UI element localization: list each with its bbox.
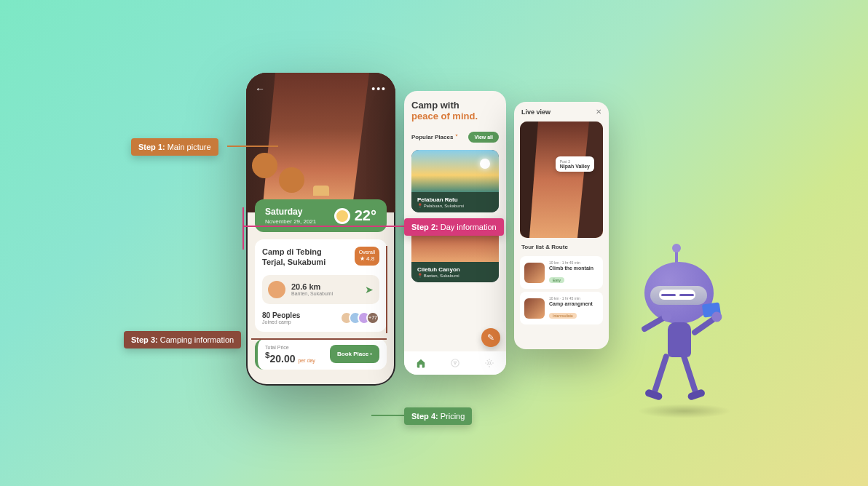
nav-home-icon[interactable] [416,358,426,368]
back-button[interactable]: ← [255,83,265,95]
connector-line [242,226,404,227]
price-label: Total Price [265,345,315,350]
weather-card: Saturday November 29, 2021 22° [255,199,387,232]
rating-badge: Overall ★ 4.8 [355,247,379,266]
avatar-stack[interactable]: +77 [344,311,379,324]
step-2-label: Step 2:Day information [404,218,504,236]
distance-location: Banten, Sukabumi [291,291,359,296]
step-3-label: Step 3:Camping information [124,331,241,348]
tour-meta: 10 km · 1 hr 45 min [549,296,599,300]
distance-row[interactable]: 20.6 km Banten, Sukabumi ➤ [262,275,379,304]
robot-mascot [608,251,754,440]
place-name: Ciletuh Canyon [417,266,493,273]
tour-item[interactable]: 10 km · 1 hr 45 min Climb the montain Ea… [520,256,603,289]
live-title: Live view [521,108,551,116]
view-all-button[interactable]: View all [468,132,499,143]
people-sub: Joined camp [262,319,300,324]
difficulty-badge: Intermediate [549,313,577,319]
weather-day: Saturday [265,207,316,217]
people-count: 80 Peoples [262,311,300,319]
headline-accent: peace of mind. [411,111,499,122]
tour-thumb [524,298,545,319]
section-title: Tour list & Route [514,238,609,253]
sun-icon [334,208,350,224]
tour-meta: 10 km · 1 hr 45 min [549,260,599,265]
place-location: 📍 Banten, Sukabumi [417,273,493,278]
svg-point-0 [451,359,459,367]
tent-icon [268,281,285,298]
headline: Camp with [411,100,499,111]
bottom-nav [404,351,506,375]
nav-settings-icon[interactable] [484,358,494,368]
navigate-icon[interactable]: ➤ [365,284,374,295]
nav-compass-icon[interactable] [450,358,460,368]
connector-line [242,207,244,250]
place-image [411,150,499,192]
weather-date: November 29, 2021 [265,218,316,225]
connector-line [371,415,404,416]
camp-info-card: Camp di Tebing Terjal, Sukabumi Overall … [255,239,387,332]
place-name: Pelabuan Ratu [417,196,493,203]
popular-dropdown[interactable]: Popular Places [411,134,458,140]
phone-live-mockup: Live view ✕ Post 2 Nipah Valley Tour lis… [514,102,609,349]
place-location: 📍 Pelabuan, Sukabumi [417,203,493,208]
live-image: Post 2 Nipah Valley [520,122,603,238]
fab-edit-button[interactable]: ✎ [481,328,500,347]
more-button[interactable]: ••• [371,83,387,95]
avatar-more: +77 [366,311,379,324]
step-1-label: Step 1:Main picture [131,138,218,156]
connector-line [251,338,387,340]
connector-line [386,246,387,333]
place-card[interactable]: Pelabuan Ratu 📍 Pelabuan, Sukabumi [411,150,499,212]
close-button[interactable]: ✕ [596,108,601,116]
tour-item[interactable]: 10 km · 1 hr 45 min Camp arrangment Inte… [520,292,603,324]
tour-thumb [524,263,545,283]
weather-temp: 22° [355,207,376,224]
tour-title: Climb the montain [549,266,599,271]
difficulty-badge: Easy [549,277,564,283]
price-bar: Total Price $20.00 per day Book Place › [255,339,387,370]
hero-image: ← ••• [246,73,395,212]
svg-point-1 [488,362,491,364]
step-4-label: Step 4:Pricing [404,407,472,425]
connector-line [227,146,278,147]
book-button[interactable]: Book Place › [330,345,379,363]
location-marker[interactable]: Post 2 Nipah Valley [556,156,594,172]
distance-value: 20.6 km [291,282,359,291]
camp-title: Camp di Tebing Terjal, Sukabumi [262,247,342,268]
tour-title: Camp arrangment [549,301,599,306]
